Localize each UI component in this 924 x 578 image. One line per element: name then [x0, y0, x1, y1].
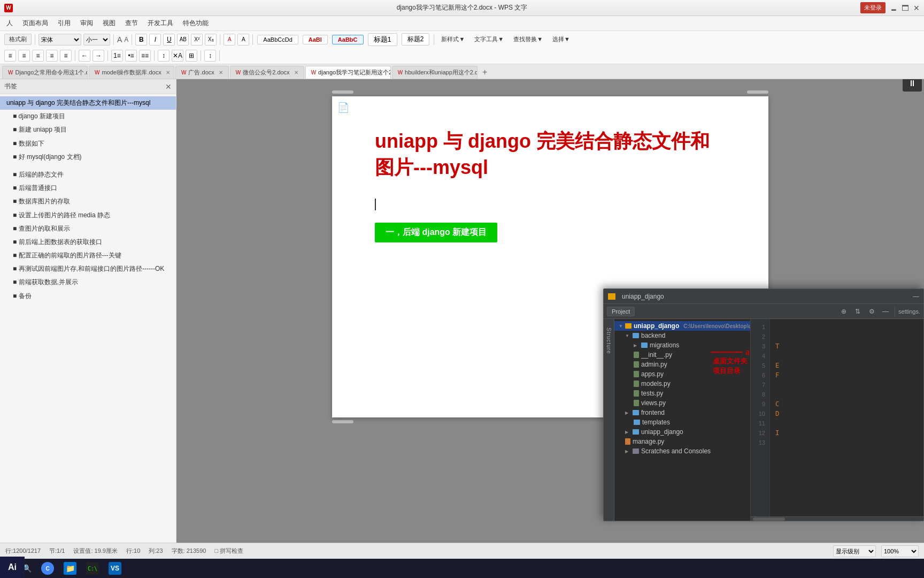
font-size-increase-btn[interactable]: A: [117, 35, 122, 44]
find-replace-btn[interactable]: 查找替换▼: [510, 34, 546, 45]
align-center-btn[interactable]: ≡: [18, 50, 30, 62]
ide-minimize-btn[interactable]: —: [913, 293, 919, 300]
outline-item-2[interactable]: ■ 新建 uniapp 项目: [0, 123, 176, 136]
ide-gear-btn[interactable]: ⚙: [866, 306, 877, 317]
menu-item-dev[interactable]: 开发工具: [143, 17, 178, 29]
select-btn[interactable]: 选择▼: [549, 34, 574, 45]
tab-django-notes[interactable]: W django我学习笔记新用这个2.docx ✕: [305, 66, 391, 79]
style-h4[interactable]: 标题2: [402, 33, 430, 45]
tree-init[interactable]: __init__.py: [614, 350, 750, 360]
minimize-icon[interactable]: 🗕: [890, 4, 897, 12]
tree-migrations[interactable]: ▶ migrations: [614, 340, 750, 350]
underline-button[interactable]: U: [163, 34, 175, 45]
sidebar-close-btn[interactable]: ✕: [165, 82, 172, 91]
menu-item-view[interactable]: 视图: [98, 17, 120, 29]
tree-models[interactable]: models.py: [614, 379, 750, 389]
tab-close-btn4[interactable]: ✕: [294, 70, 298, 75]
tab-ad[interactable]: W 广告.docx ✕: [175, 66, 229, 79]
tab-django-commands[interactable]: W Django之常用命令用这1个.docx ✕: [2, 66, 88, 79]
display-level-select[interactable]: 显示级别: [833, 545, 876, 557]
login-button[interactable]: 未登录: [860, 2, 886, 13]
strikethrough-button[interactable]: AB: [177, 34, 189, 45]
menu-item-reference[interactable]: 引用: [53, 17, 75, 29]
tree-scratches[interactable]: ▶ Scratches and Consoles: [614, 446, 750, 456]
bullets-btn[interactable]: •≡: [125, 50, 137, 62]
subscript-button[interactable]: X₂: [205, 34, 217, 45]
sort-btn[interactable]: ↕: [158, 50, 170, 62]
outline-item-12[interactable]: ■ 再测试因前端图片存,和前端接口的图片路径------OK: [0, 262, 176, 276]
numbering-btn[interactable]: 1≡: [111, 50, 123, 62]
bold-button[interactable]: B: [135, 34, 147, 45]
tab-add-btn[interactable]: +: [479, 66, 491, 79]
tree-apps[interactable]: apps.py: [614, 369, 750, 379]
tree-manage[interactable]: manage.py: [614, 437, 750, 446]
style-h1[interactable]: AaBl: [303, 35, 328, 44]
maximize-icon[interactable]: 🗖: [902, 4, 909, 12]
align-distribute-btn[interactable]: ≡: [60, 50, 72, 62]
font-size-select[interactable]: 小一: [83, 34, 110, 45]
outline-item-13[interactable]: ■ 前端获取数据,并展示: [0, 276, 176, 289]
menu-item-person[interactable]: 人: [2, 17, 17, 29]
outline-item-1[interactable]: ■ django 新建项目: [0, 110, 176, 123]
ide-scroll-horizontal[interactable]: [751, 516, 923, 521]
close-icon[interactable]: ✕: [913, 4, 920, 12]
outline-item-10[interactable]: ■ 前后端上图数据表的获取接口: [0, 235, 176, 249]
multilevel-btn[interactable]: ≡≡: [139, 50, 151, 62]
superscript-button[interactable]: X²: [191, 34, 203, 45]
menu-item-features[interactable]: 特色功能: [179, 17, 213, 29]
menu-item-layout[interactable]: 页面布局: [18, 17, 52, 29]
tree-backend[interactable]: ▼ backend: [614, 331, 750, 340]
new-style-btn[interactable]: 新样式▼: [437, 34, 468, 45]
indent-increase-btn[interactable]: →: [93, 50, 104, 62]
indent-decrease-btn[interactable]: ←: [79, 50, 90, 62]
taskbar-terminal-btn[interactable]: C:\: [82, 560, 103, 576]
tree-root[interactable]: ▼ uniapp_django C:\Users\lenovo\Desktop\…: [614, 321, 750, 331]
outline-item-8[interactable]: ■ 设置上传图片的路径 media 静态: [0, 209, 176, 222]
table-btn[interactable]: ⊞: [186, 50, 197, 62]
pause-button[interactable]: ⏸: [903, 79, 922, 92]
taskbar-vscode-btn[interactable]: VS: [104, 560, 126, 576]
tree-admin[interactable]: admin.py: [614, 360, 750, 369]
menu-item-review[interactable]: 审阅: [76, 17, 97, 29]
taskbar-explorer-btn[interactable]: 📁: [59, 560, 81, 576]
tab-model[interactable]: W model操作数据库.docx ✕: [89, 66, 174, 79]
outline-item-5[interactable]: ■ 后端的静态文件: [0, 168, 176, 181]
tab-hbuilder[interactable]: W hbuilderx和uniapp用这个2.docx ✕: [392, 66, 478, 79]
tab-close-btn3[interactable]: ✕: [219, 70, 223, 75]
line-spacing-btn[interactable]: ↕: [204, 50, 216, 62]
outline-item-main[interactable]: uniapp 与 django 完美结合静态文件和图片---mysql: [0, 96, 176, 110]
style-normal[interactable]: AaBbCcDd: [257, 35, 298, 44]
align-left-btn[interactable]: ≡: [4, 50, 16, 62]
outline-item-3[interactable]: ■ 数据如下: [0, 137, 176, 150]
text-tool-btn[interactable]: 文字工具▼: [471, 34, 507, 45]
align-justify-btn[interactable]: ≡: [46, 50, 58, 62]
outline-item-6[interactable]: ■ 后端普通接口: [0, 181, 176, 195]
ide-scroll-thumb[interactable]: [753, 518, 785, 521]
tree-tests[interactable]: tests.py: [614, 389, 750, 398]
font-family-select[interactable]: 宋体: [38, 34, 81, 45]
menu-item-section[interactable]: 查节: [121, 17, 142, 29]
format-brush-btn[interactable]: 格式刷: [4, 34, 32, 45]
ide-collapse-btn[interactable]: —: [880, 306, 891, 317]
ide-vtab-structure[interactable]: Structure: [604, 323, 613, 359]
code-content[interactable]: T E F C D I: [770, 319, 923, 516]
outline-item-9[interactable]: ■ 查图片的取和展示: [0, 222, 176, 235]
tree-views[interactable]: views.py: [614, 398, 750, 408]
ide-settings-btn2[interactable]: ⇅: [852, 306, 864, 317]
taskbar-chrome-btn[interactable]: C: [37, 560, 58, 576]
tab-close-btn2[interactable]: ✕: [166, 70, 170, 75]
highlight-btn[interactable]: A: [237, 34, 249, 45]
outline-item-7[interactable]: ■ 数据库图片的存取: [0, 195, 176, 208]
style-h3[interactable]: 标题1: [368, 33, 397, 46]
align-right-btn[interactable]: ≡: [32, 50, 44, 62]
outline-item-4[interactable]: ■ 好 mysql(django 文档): [0, 150, 176, 164]
zoom-select[interactable]: 100%: [881, 545, 919, 557]
font-size-decrease-btn[interactable]: A: [124, 36, 128, 43]
tree-frontend[interactable]: ▶ frontend: [614, 408, 750, 417]
outline-item-11[interactable]: ■ 配置正确的前端取的图片路径---关键: [0, 249, 176, 262]
outline-item-14[interactable]: ■ 备份: [0, 290, 176, 303]
style-h2[interactable]: AaBbC: [332, 35, 364, 44]
tree-uniapp-django[interactable]: ▶ uniapp_django: [614, 427, 750, 437]
cursor-area[interactable]: [375, 197, 726, 212]
ai-label[interactable]: Ai: [8, 562, 17, 572]
